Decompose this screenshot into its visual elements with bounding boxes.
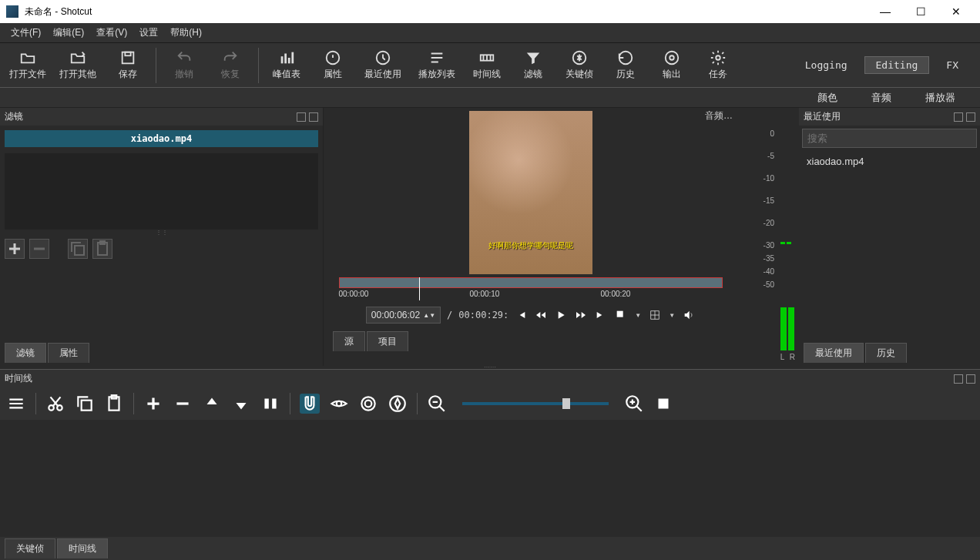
panel-close-icon[interactable] (309, 112, 318, 122)
keyframes-button[interactable]: 关键侦 (556, 45, 602, 86)
history-button[interactable]: 历史 (602, 45, 649, 86)
video-preview[interactable]: 好啊那你想学哪句呢是呢 (469, 111, 592, 274)
meter-val: -50 (764, 280, 774, 289)
zoom-slider[interactable] (462, 402, 609, 405)
panel-close-icon[interactable] (966, 112, 975, 122)
grid-dropdown[interactable] (649, 309, 661, 321)
zoom-fit-button[interactable] (653, 394, 673, 414)
zoom-slider-handle[interactable] (562, 398, 570, 409)
panel-undock-icon[interactable] (954, 374, 963, 384)
remove-button[interactable] (173, 394, 193, 414)
paste-button[interactable] (104, 394, 124, 414)
paste-filter-button[interactable] (92, 239, 112, 259)
timeline-menu-button[interactable] (6, 394, 26, 414)
undo-button[interactable]: 撤销 (161, 45, 207, 86)
subtitle-text: 好啊那你想学哪句呢是呢 (469, 240, 592, 251)
meter-bar-right (788, 307, 794, 350)
ripple-all-button[interactable] (388, 394, 408, 414)
zoom-in-button[interactable] (624, 394, 644, 414)
recent-button[interactable]: 最近使用 (356, 45, 410, 86)
skip-end-button[interactable] (595, 309, 607, 321)
peak-meter-button[interactable]: 峰值表 (263, 45, 310, 86)
close-button[interactable]: ✕ (938, 0, 974, 23)
filters-panel-header: 滤镜 (0, 108, 323, 126)
filter-list-area (5, 153, 318, 230)
lift-button[interactable] (202, 394, 222, 414)
scrub-bar[interactable]: 00:00:00 00:00:10 00:00:20 (334, 277, 727, 305)
meter-val: -30 (764, 241, 774, 250)
volume-button[interactable] (683, 309, 695, 321)
skip-start-button[interactable] (515, 309, 527, 321)
save-button[interactable]: 保存 (105, 45, 151, 86)
audio-dropdown[interactable]: 音频… (705, 109, 733, 122)
menu-file[interactable]: 文件(F) (5, 24, 47, 42)
timeline-button[interactable]: 时间线 (464, 45, 510, 86)
forward-button[interactable] (575, 309, 587, 321)
ripple-button[interactable] (358, 394, 378, 414)
svg-point-11 (670, 55, 674, 60)
player-panel: 音频… 好啊那你想学哪句呢是呢 00:00:00 00:00:10 00:00:… (324, 108, 737, 366)
tick-1: 00:00:10 (470, 290, 500, 298)
scrub-button[interactable] (329, 394, 349, 414)
zoom-dropdown[interactable] (615, 309, 627, 321)
tab-timeline[interactable]: 时间线 (57, 538, 108, 558)
remove-filter-button[interactable] (29, 239, 49, 259)
copy-filter-button[interactable] (68, 239, 88, 259)
svg-rect-23 (272, 399, 276, 409)
filters-button[interactable]: 滤镜 (510, 45, 556, 86)
open-file-button[interactable]: 打开文件 (5, 45, 51, 86)
svg-rect-22 (264, 399, 268, 409)
copy-button[interactable] (75, 394, 95, 414)
tab-properties[interactable]: 属性 (48, 343, 89, 363)
layout-fx[interactable]: FX (929, 52, 975, 79)
menu-help[interactable]: 帮助(H) (164, 24, 208, 42)
playlist-button[interactable]: 播放列表 (410, 45, 464, 86)
menu-view[interactable]: 查看(V) (90, 24, 133, 42)
redo-button[interactable]: 恢复 (207, 45, 253, 86)
svg-point-12 (716, 55, 720, 60)
open-other-button[interactable]: 打开其他 (51, 45, 105, 86)
svg-rect-19 (82, 401, 92, 411)
add-filter-button[interactable] (5, 239, 25, 259)
menu-settings[interactable]: 设置 (133, 24, 164, 42)
recent-item[interactable]: xiaodao.mp4 (799, 151, 980, 172)
cut-button[interactable] (45, 394, 65, 414)
export-button[interactable]: 输出 (649, 45, 695, 86)
meter-bar-left (780, 307, 787, 350)
svg-point-26 (361, 397, 374, 410)
meter-val: 0 (770, 129, 774, 138)
tab-keyframes[interactable]: 关键侦 (5, 538, 55, 558)
search-input[interactable] (802, 129, 977, 148)
overwrite-button[interactable] (231, 394, 251, 414)
panel-close-icon[interactable] (966, 374, 975, 384)
zoom-out-button[interactable] (427, 394, 447, 414)
layout-editing[interactable]: Editing (864, 56, 930, 74)
timeline-tracks-area[interactable] (0, 420, 980, 537)
panel-undock-icon[interactable] (954, 112, 963, 122)
snap-button[interactable] (300, 394, 320, 414)
panel-undock-icon[interactable] (297, 112, 306, 122)
app-logo-icon (6, 5, 18, 18)
recent-panel-title: 最近使用 (804, 110, 841, 123)
tab-filters[interactable]: 滤镜 (5, 343, 46, 363)
maximize-button[interactable]: ☐ (903, 0, 938, 23)
tick-0: 00:00:00 (339, 290, 369, 298)
properties-button[interactable]: 属性 (310, 45, 356, 86)
tab-recent[interactable]: 最近使用 (804, 343, 864, 363)
current-timecode[interactable]: 00:00:06:02▲▼ (366, 307, 441, 324)
tab-source[interactable]: 源 (333, 331, 365, 351)
rewind-button[interactable] (535, 309, 547, 321)
menu-edit[interactable]: 编辑(E) (47, 24, 90, 42)
meter-val: -15 (764, 196, 774, 205)
jobs-button[interactable]: 任务 (695, 45, 741, 86)
tab-history[interactable]: 历史 (865, 343, 907, 363)
svg-rect-0 (123, 52, 134, 64)
selected-clip-label[interactable]: xiaodao.mp4 (5, 130, 318, 147)
timeline-panel-title: 时间线 (5, 372, 32, 385)
split-button[interactable] (260, 394, 280, 414)
layout-logging[interactable]: Logging (788, 52, 864, 79)
minimize-button[interactable]: — (868, 0, 903, 23)
play-button[interactable] (555, 309, 567, 321)
append-button[interactable] (143, 394, 163, 414)
tab-project[interactable]: 项目 (367, 331, 408, 351)
